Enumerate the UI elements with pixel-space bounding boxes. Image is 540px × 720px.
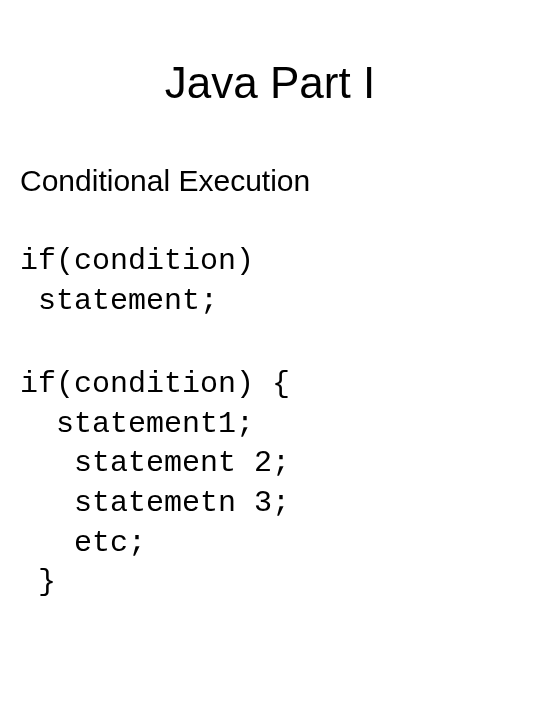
code-line: } [20, 565, 56, 599]
code-line: if(condition) { [20, 367, 290, 401]
code-line: etc; [20, 526, 146, 560]
code-line: statemetn 3; [20, 486, 290, 520]
slide: Java Part I Conditional Execution if(con… [0, 58, 540, 720]
code-block-2: if(condition) { statement1; statement 2;… [20, 365, 540, 603]
slide-subtitle: Conditional Execution [20, 164, 540, 198]
code-line: if(condition) [20, 244, 254, 278]
code-line: statement1; [20, 407, 254, 441]
code-block-1: if(condition) statement; [20, 242, 540, 321]
code-line: statement 2; [20, 446, 290, 480]
slide-title: Java Part I [0, 58, 540, 108]
code-line: statement; [20, 284, 218, 318]
